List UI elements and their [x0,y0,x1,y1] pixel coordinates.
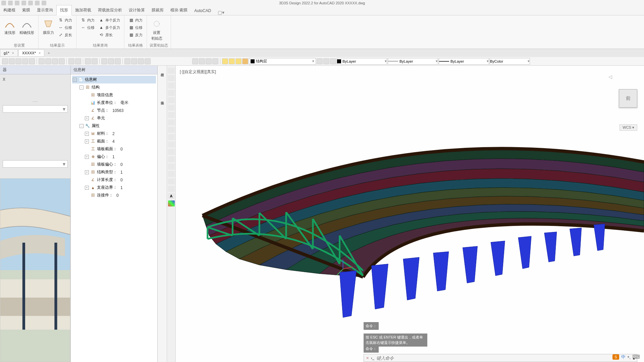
ribbon-tab[interactable]: 构建模 [0,5,19,15]
tree-item[interactable]: 田连接件：0 [72,191,156,199]
toolbar-icon[interactable] [138,58,144,64]
set-initial-button[interactable]: 设置 初始态 [150,17,164,42]
collapse-icon[interactable]: − [73,78,77,82]
add-tab-button[interactable]: + [45,50,52,56]
tree-item[interactable]: 田项目信息 [72,91,156,99]
toolbar-icon[interactable] [212,58,218,64]
ribbon-tab[interactable]: 施加荷载 [72,5,95,15]
toolbar-icon[interactable] [199,58,205,64]
membrane-stress-button[interactable]: 膜应力 [41,17,55,37]
tool-icon[interactable] [168,178,175,184]
query-disp-button[interactable]: ↔位移 [79,24,96,31]
qat-icon[interactable] [28,1,33,5]
dropdown[interactable]: ▾ [3,160,68,168]
ribbon-tab[interactable]: 显示查询 [34,5,56,15]
tool-icon[interactable] [168,149,175,155]
dropdown[interactable]: ▾ [3,105,68,113]
toolbar-icon[interactable] [206,58,212,64]
command-line[interactable]: ✕ ›_ ▴ [364,354,637,362]
ribbon-tab[interactable]: 膜裁剪 [148,5,167,15]
expand-icon[interactable]: + [85,170,89,174]
tree-item[interactable]: +⊕偏心：1 [72,153,156,161]
redo-icon[interactable] [92,58,98,64]
expand-icon[interactable]: - [79,85,84,89]
tree-item[interactable]: -田结构 [72,83,156,91]
toolbar-icon[interactable] [68,58,74,64]
toolbar-icon[interactable] [45,58,51,64]
undo-icon[interactable] [85,58,91,64]
tool-icon[interactable] [168,171,175,177]
ime-lang[interactable]: 中 [621,354,626,360]
ime-more-icon[interactable]: •, ⌨ [628,354,640,360]
tool-icon[interactable] [168,141,175,147]
linetype-dropdown[interactable]: ByLayer ▾ [388,58,438,65]
draw-spline-icon[interactable] [168,119,175,125]
toolbar-icon[interactable] [9,58,15,64]
reaction-length-button[interactable]: ⤢反长 [57,32,73,38]
text-icon[interactable]: A [168,193,175,199]
tree-item[interactable]: 工墙板截面：0 [72,145,156,153]
single-reaction-button[interactable]: ▲单个反力 [97,17,121,23]
ribbon-help-icon[interactable]: ▢▾ [218,10,224,15]
zoom-icon[interactable] [108,58,114,64]
qat-icon[interactable] [1,1,6,5]
close-icon[interactable]: ✕ [366,356,369,360]
toolbar-icon[interactable] [115,58,121,64]
multi-reaction-button[interactable]: ▲多个反力 [97,24,121,31]
precise-form-button[interactable]: 精确找形 [18,17,36,37]
qat-icon[interactable] [42,1,46,5]
qat-icon[interactable] [8,1,13,5]
draw-arc-icon[interactable] [168,90,175,96]
toolbar-icon[interactable] [59,58,65,64]
toolbar-icon[interactable] [131,58,137,64]
quick-form-button[interactable]: 速找形 [3,17,17,37]
query-force-button[interactable]: ⇅内力 [79,17,96,23]
doc-tab-active[interactable]: XXXXX* × [18,49,44,57]
bulb-icon[interactable] [222,58,228,64]
tree-item[interactable]: +工截面：4 [72,137,156,145]
expand-icon[interactable]: + [85,155,89,159]
toolbar-icon[interactable] [317,58,323,64]
bulb-icon[interactable] [229,58,235,64]
draw-circle-icon[interactable] [168,82,175,88]
qat-icon[interactable] [15,1,19,5]
expand-icon[interactable]: + [85,116,89,120]
internal-force-button[interactable]: ⇅内力 [57,17,73,23]
ribbon-tab[interactable]: AutoCAD [191,6,214,15]
ribbon-tab[interactable]: 荷载效应分析 [95,5,125,15]
tool-icon[interactable] [168,186,175,192]
lineweight-dropdown[interactable]: ByLayer ▾ [439,58,489,65]
tree-item[interactable]: +▲支座边界：1 [72,184,156,191]
draw-ellipse-icon[interactable] [168,112,175,118]
tree-root[interactable]: − 📄 信息树 [72,76,156,83]
ribbon-tab-active[interactable]: 找形 [56,5,72,15]
toolbar-icon[interactable] [124,58,130,64]
tree-item[interactable]: +∠单元 [72,114,156,122]
displacement-button[interactable]: ↔位移 [57,24,73,31]
close-icon[interactable]: × [39,51,41,55]
expand-icon[interactable]: + [85,132,89,136]
tree-item[interactable]: +M材料：2 [72,130,156,137]
draw-pline-icon[interactable] [168,75,175,81]
doc-tab[interactable]: g1* × [0,49,18,57]
draw-hatch-icon[interactable] [168,127,175,133]
toolbar-icon[interactable] [29,58,35,64]
layer-dropdown[interactable]: 结构层 ▾ [249,58,316,65]
toolbar-icon[interactable] [145,58,151,64]
command-input[interactable] [376,356,631,361]
qat-icon[interactable] [21,1,26,5]
tool-icon[interactable] [168,164,175,170]
tool-icon[interactable] [168,200,175,206]
close-icon[interactable]: × [12,51,14,55]
draw-poly-icon[interactable] [168,105,175,111]
tool-icon[interactable] [168,156,175,162]
ribbon-tab[interactable]: 索膜 [19,5,34,15]
toolbar-icon[interactable] [75,58,81,64]
table-force-button[interactable]: ▦内力 [127,17,144,23]
lock-icon[interactable] [242,58,248,64]
draw-line-icon[interactable] [168,68,175,74]
toolbar-icon[interactable] [192,58,198,64]
ribbon-tab[interactable]: 模块·索膜 [167,5,191,15]
tree-item[interactable]: ∠节点：10563 [72,107,156,114]
tree-item[interactable]: 田墙板偏心：0 [72,161,156,168]
